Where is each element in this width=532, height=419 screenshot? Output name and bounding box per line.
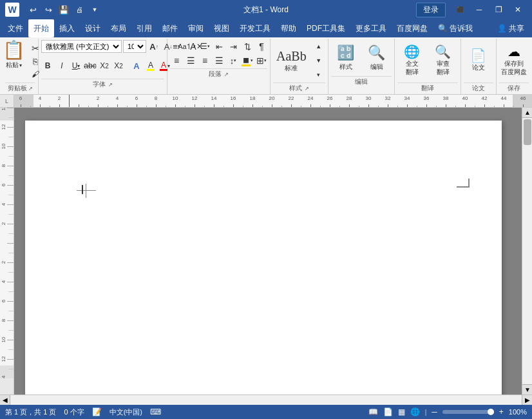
- numbering-button[interactable]: ⒈▾: [184, 40, 197, 53]
- font-expand-icon[interactable]: ↗: [108, 82, 113, 88]
- content-area: ▲ ▼: [0, 108, 532, 395]
- shading-button[interactable]: ◼ ▾: [241, 54, 254, 67]
- menu-baidu-pan[interactable]: 百度网盘: [392, 19, 433, 37]
- menu-view[interactable]: 视图: [209, 19, 234, 37]
- indent-increase-button[interactable]: ⇥: [227, 40, 240, 53]
- sort-button[interactable]: ⇅: [241, 40, 254, 53]
- menu-pdf[interactable]: PDF工具集: [301, 19, 350, 37]
- quick-access-toolbar: ↩ ↪ 💾 🖨 ▼: [26, 3, 102, 17]
- close-button[interactable]: ✕: [509, 3, 527, 17]
- font-name-selector[interactable]: 微软雅黑 (中文正文): [41, 40, 122, 53]
- keyboard-icon[interactable]: ⌨: [150, 407, 161, 416]
- scroll-left-button[interactable]: ◀: [0, 395, 10, 405]
- undo-button[interactable]: ↩: [26, 3, 40, 17]
- login-button[interactable]: 登录: [416, 3, 446, 17]
- font-size-selector[interactable]: 10: [123, 40, 146, 53]
- clipboard-expand-icon[interactable]: ↗: [28, 86, 33, 92]
- indent-decrease-button[interactable]: ⇤: [213, 40, 225, 53]
- save-baidu-button[interactable]: ☁ 保存到百度网盘: [499, 40, 529, 81]
- paste-button[interactable]: 📋 粘贴▾: [0, 41, 28, 70]
- styles-more-button[interactable]: ▾: [312, 68, 325, 81]
- align-left-button[interactable]: ≡: [170, 54, 183, 67]
- save-quick-button[interactable]: 💾: [57, 3, 71, 17]
- underline-button[interactable]: U▾: [70, 59, 82, 72]
- customize-quick-button[interactable]: ▼: [88, 3, 102, 17]
- language[interactable]: 中文(中国): [109, 407, 142, 417]
- menu-design[interactable]: 设计: [80, 19, 106, 37]
- full-translate-button[interactable]: 🌐 全文翻译: [397, 40, 427, 81]
- ruler-corner[interactable]: L: [0, 95, 14, 108]
- menu-share[interactable]: 👤 共享: [492, 19, 529, 37]
- status-right: 📖 📄 ▦ 🌐 | ─ + 100%: [368, 407, 527, 416]
- scroll-area[interactable]: [14, 108, 522, 395]
- zoom-thumb[interactable]: [488, 409, 494, 415]
- menu-home[interactable]: 开始: [28, 19, 54, 37]
- superscript-button[interactable]: X2: [112, 59, 125, 72]
- word-count-icon[interactable]: 📝: [92, 407, 102, 416]
- separator: |: [425, 409, 427, 416]
- save-group-label: 保存: [499, 83, 529, 94]
- menu-layout[interactable]: 布局: [106, 19, 131, 37]
- paper-group: 📄 论文 论文: [461, 39, 497, 94]
- styles-big-button[interactable]: 🔡 样式: [331, 41, 361, 75]
- zoom-out-button[interactable]: ─: [432, 407, 437, 416]
- vertical-ruler-canvas: [0, 108, 14, 378]
- borders-button[interactable]: ⊞▾: [255, 54, 268, 67]
- print-layout-button[interactable]: ▦: [398, 407, 405, 416]
- menu-insert[interactable]: 插入: [54, 19, 80, 37]
- review-translate-button[interactable]: 🔍 审查翻译: [428, 40, 458, 81]
- bullets-button[interactable]: ≡▾: [170, 40, 183, 53]
- show-marks-button[interactable]: ¶: [255, 40, 268, 53]
- menu-more-tools[interactable]: 更多工具: [350, 19, 392, 37]
- align-center-button[interactable]: ☰: [184, 54, 197, 67]
- scroll-thumb[interactable]: [524, 119, 531, 145]
- menu-help[interactable]: 帮助: [276, 19, 301, 37]
- styles-scroll-up-button[interactable]: ▲: [312, 40, 325, 53]
- styles-scroll-down-button[interactable]: ▼: [312, 54, 325, 67]
- zoom-in-button[interactable]: +: [499, 407, 504, 416]
- italic-button[interactable]: I: [55, 59, 68, 72]
- menu-references[interactable]: 引用: [131, 19, 157, 37]
- find-button[interactable]: 🔍 编辑: [362, 41, 392, 75]
- page-info[interactable]: 第 1 页，共 1 页: [5, 407, 56, 417]
- zoom-slider[interactable]: [442, 410, 494, 414]
- subscript-button[interactable]: X2: [98, 59, 111, 72]
- line-spacing-button[interactable]: ↕▾: [227, 54, 240, 67]
- styles-preview-button[interactable]: AaBb 标准: [273, 47, 310, 75]
- word-count[interactable]: 0 个字: [64, 407, 84, 417]
- strikethrough-button[interactable]: abc: [84, 59, 97, 72]
- vertical-ruler: [0, 108, 14, 395]
- para-expand-icon[interactable]: ↗: [224, 72, 229, 77]
- text-effect-button[interactable]: A: [130, 59, 143, 72]
- zoom-level[interactable]: 100%: [509, 408, 527, 416]
- web-layout-button[interactable]: 🌐: [410, 407, 420, 416]
- read-mode-button[interactable]: 📄: [383, 407, 393, 416]
- styles-group: AaBb 标准 ▲ ▼ ▾ 样式 ↗: [271, 39, 328, 94]
- document-page[interactable]: [25, 121, 502, 395]
- editing-group: 🔡 样式 🔍 编辑 编辑: [328, 39, 395, 94]
- paper-button[interactable]: 📄 论文: [464, 40, 493, 81]
- styles-expand-icon[interactable]: ↗: [305, 86, 309, 92]
- scroll-up-button[interactable]: ▲: [522, 108, 532, 118]
- styles-group-label: 样式 ↗: [273, 83, 325, 94]
- menu-developer[interactable]: 开发工具: [234, 19, 276, 37]
- menu-review[interactable]: 审阅: [183, 19, 209, 37]
- redo-button[interactable]: ↪: [41, 3, 55, 17]
- multilevel-list-button[interactable]: ☰▾: [198, 40, 211, 53]
- menu-tell-me[interactable]: 🔍 告诉我: [433, 19, 478, 37]
- print-quick-button[interactable]: 🖨: [72, 3, 86, 17]
- justify-button[interactable]: ☰: [213, 54, 225, 67]
- menu-mail[interactable]: 邮件: [157, 19, 183, 37]
- bold-button[interactable]: B: [41, 59, 54, 72]
- menu-bar: 文件 开始 插入 设计 布局 引用 邮件 审阅 视图 开发工具 帮助 PDF工具…: [0, 19, 532, 37]
- highlight-color-button[interactable]: A: [144, 59, 157, 72]
- ribbon-display-button[interactable]: ⬛: [451, 3, 469, 17]
- scroll-right-button[interactable]: ▶: [522, 395, 532, 405]
- align-right-button[interactable]: ≡: [198, 54, 211, 67]
- minimize-button[interactable]: ─: [470, 3, 488, 17]
- scroll-down-button[interactable]: ▼: [522, 384, 532, 395]
- font-grow-button[interactable]: A↑: [147, 40, 160, 53]
- restore-button[interactable]: ❐: [489, 3, 508, 17]
- focus-mode-button[interactable]: 📖: [368, 407, 378, 416]
- menu-file[interactable]: 文件: [3, 19, 28, 37]
